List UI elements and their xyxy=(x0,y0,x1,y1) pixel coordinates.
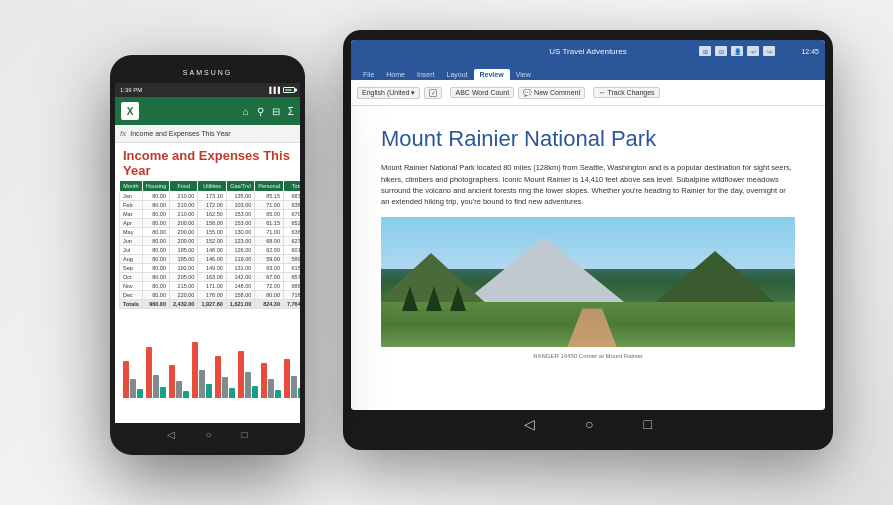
document-image xyxy=(381,217,795,347)
bar-teal xyxy=(160,387,166,398)
tablet-home-button[interactable]: ○ xyxy=(585,416,593,432)
table-cell: 59.00 xyxy=(255,255,284,264)
word-count-button[interactable]: ABC Word Count xyxy=(450,87,514,98)
bar-group xyxy=(146,347,166,398)
table-cell: 215.00 xyxy=(169,282,197,291)
phone-status-bar: 1:39 PM ▐▐▐ xyxy=(115,83,300,97)
tree-3 xyxy=(450,286,466,311)
table-cell: 185.00 xyxy=(169,246,197,255)
bar-red xyxy=(215,356,221,398)
tablet-icon-2[interactable]: ⊟ xyxy=(715,46,727,56)
bar-blue xyxy=(176,381,182,398)
bar-group xyxy=(284,359,300,398)
trees xyxy=(402,286,466,311)
tab-layout[interactable]: Layout xyxy=(440,69,473,80)
tablet-icon-4[interactable]: ↩ xyxy=(747,46,759,56)
phone-recent-button[interactable]: □ xyxy=(242,429,248,440)
table-cell: 72.00 xyxy=(255,282,284,291)
table-row: Oct80.00205.00163.00142.0067.00657.00 xyxy=(120,273,301,282)
excel-filter-icon[interactable]: ⊟ xyxy=(272,106,280,117)
table-cell: 185.00 xyxy=(169,255,197,264)
table-cell: 615.00 xyxy=(283,264,300,273)
table-row: Jun80.00200.00152.00123.0068.00623.00 xyxy=(120,237,301,246)
track-icon: ↔ xyxy=(598,89,605,96)
track-changes-button[interactable]: ↔ Track Changes xyxy=(593,87,659,98)
table-cell: 80.00 xyxy=(142,210,169,219)
language-group: English (United ▾ ✓ xyxy=(357,87,442,99)
table-cell: 148.00 xyxy=(226,282,254,291)
proofing-button[interactable]: ✓ xyxy=(424,87,442,99)
table-cell: 210.00 xyxy=(169,201,197,210)
phone-back-button[interactable]: ◁ xyxy=(167,429,175,440)
table-cell: 683.25 xyxy=(283,192,300,201)
tab-view[interactable]: View xyxy=(510,69,537,80)
bar-red xyxy=(284,359,290,398)
table-cell: 163.00 xyxy=(198,273,226,282)
tablet-nav-bar: ◁ ○ □ xyxy=(351,410,825,438)
table-cell: 192.00 xyxy=(169,264,197,273)
table-cell: Jan xyxy=(120,192,143,201)
table-cell: Oct xyxy=(120,273,143,282)
abc-icon: ABC xyxy=(455,89,469,96)
table-cell: 67.00 xyxy=(255,273,284,282)
phone-time: 1:39 PM xyxy=(120,87,142,93)
bar-teal xyxy=(206,384,212,398)
comment-icon: 💬 xyxy=(523,89,532,97)
excel-sigma-icon[interactable]: Σ xyxy=(288,106,294,117)
tablet-back-button[interactable]: ◁ xyxy=(524,416,535,432)
table-cell: Dec xyxy=(120,291,143,300)
new-comment-button[interactable]: 💬 New Comment xyxy=(518,87,585,99)
table-cell: 80.00 xyxy=(142,273,169,282)
table-cell: 686.00 xyxy=(283,282,300,291)
tablet-icon-1[interactable]: ⊞ xyxy=(699,46,711,56)
table-cell: 149.00 xyxy=(198,264,226,273)
table-cell: 155.00 xyxy=(198,228,226,237)
table-cell: 63.00 xyxy=(255,264,284,273)
dropdown-icon: ▾ xyxy=(411,89,415,97)
col-personal: Personal xyxy=(255,181,284,192)
table-cell: 146.00 xyxy=(198,255,226,264)
table-cell: 71.00 xyxy=(255,228,284,237)
table-cell: Aug xyxy=(120,255,143,264)
bar-red xyxy=(261,363,267,398)
bar-blue xyxy=(199,370,205,398)
chart-bars xyxy=(119,313,296,398)
signal-icon: ▐▐▐ xyxy=(267,87,280,93)
tab-file[interactable]: File xyxy=(357,69,380,80)
table-cell: Jul xyxy=(120,246,143,255)
bar-teal xyxy=(275,390,281,398)
tracking-group: ↔ Track Changes xyxy=(593,87,659,98)
tablet-icon-3[interactable]: 👤 xyxy=(731,46,743,56)
tab-insert[interactable]: Insert xyxy=(411,69,441,80)
phone-nav-bar: ◁ ○ □ xyxy=(115,423,300,445)
table-container: Month Housing Food Utilities Gas/Trvl Pe… xyxy=(115,180,300,309)
comments-group: ABC Word Count 💬 New Comment xyxy=(450,87,585,99)
tablet-recent-button[interactable]: □ xyxy=(644,416,652,432)
table-cell: 130.00 xyxy=(226,228,254,237)
table-cell: 200.00 xyxy=(169,237,197,246)
table-cell: 158.00 xyxy=(226,291,254,300)
bar-red xyxy=(192,342,198,398)
excel-header: X ⌂ ⚲ ⊟ Σ xyxy=(115,97,300,125)
tab-review[interactable]: Review xyxy=(474,69,510,80)
tab-home[interactable]: Home xyxy=(380,69,411,80)
image-caption: RANGER 14450 Corner at Mount Rainier xyxy=(381,353,795,359)
table-cell: 657.00 xyxy=(283,273,300,282)
table-cell: Apr xyxy=(120,219,143,228)
excel-home-icon[interactable]: ⌂ xyxy=(243,106,249,117)
table-cell: 148.00 xyxy=(198,246,226,255)
excel-search-icon[interactable]: ⚲ xyxy=(257,106,264,117)
table-cell: Mar xyxy=(120,210,143,219)
phone-home-button[interactable]: ○ xyxy=(205,429,211,440)
table-cell: 162.50 xyxy=(198,210,226,219)
bar-group xyxy=(215,356,235,398)
table-cell: 62.00 xyxy=(255,246,284,255)
formula-bar: fx Income and Expenses This Year xyxy=(115,125,300,143)
document-body: Mount Rainier National Park located 80 m… xyxy=(381,162,795,207)
tablet-icon-5[interactable]: ↪ xyxy=(763,46,775,56)
language-button[interactable]: English (United ▾ xyxy=(357,87,420,99)
table-cell: 126.00 xyxy=(226,246,254,255)
table-cell: 205.00 xyxy=(169,273,197,282)
tree-2 xyxy=(426,286,442,311)
table-cell: Sep xyxy=(120,264,143,273)
